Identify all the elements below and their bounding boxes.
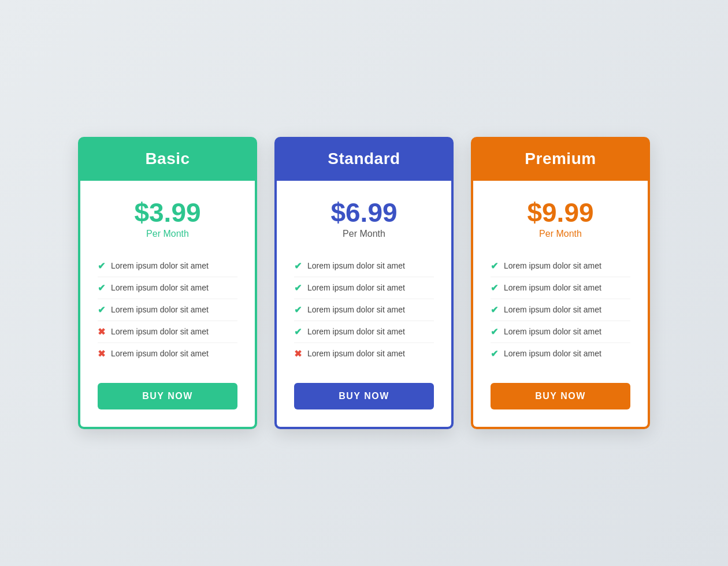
per-month-premium: Per Month (491, 229, 630, 239)
plan-name-standard: Standard (286, 150, 442, 168)
pricing-card-basic: Basic$3.99Per Month✔Lorem ipsum dolor si… (78, 137, 257, 429)
buy-button-standard[interactable]: BUY NOW (294, 383, 434, 409)
check-icon: ✔ (294, 282, 302, 293)
check-icon: ✔ (294, 260, 302, 271)
plan-name-premium: Premium (482, 150, 638, 168)
check-icon: ✔ (491, 304, 498, 315)
list-item: ✖Lorem ipsum dolor sit amet (98, 321, 237, 343)
cross-icon: ✖ (98, 348, 105, 359)
feature-text: Lorem ipsum dolor sit amet (111, 261, 209, 270)
check-icon: ✔ (294, 326, 302, 337)
pricing-card-standard: Standard$6.99Per Month✔Lorem ipsum dolor… (274, 137, 454, 429)
features-list-premium: ✔Lorem ipsum dolor sit amet✔Lorem ipsum … (491, 255, 630, 364)
check-icon: ✔ (98, 282, 105, 293)
feature-text: Lorem ipsum dolor sit amet (504, 305, 601, 314)
card-body-standard: $6.99Per Month✔Lorem ipsum dolor sit ame… (274, 181, 454, 429)
card-body-premium: $9.99Per Month✔Lorem ipsum dolor sit ame… (471, 181, 650, 429)
features-list-standard: ✔Lorem ipsum dolor sit amet✔Lorem ipsum … (294, 255, 434, 364)
list-item: ✔Lorem ipsum dolor sit amet (98, 255, 237, 277)
list-item: ✔Lorem ipsum dolor sit amet (294, 255, 434, 277)
price-premium: $9.99 (491, 198, 630, 228)
check-icon: ✔ (491, 326, 498, 337)
buy-button-premium[interactable]: BUY NOW (491, 383, 630, 409)
feature-text: Lorem ipsum dolor sit amet (307, 261, 405, 270)
feature-text: Lorem ipsum dolor sit amet (307, 349, 405, 358)
feature-text: Lorem ipsum dolor sit amet (307, 327, 405, 336)
plan-name-basic: Basic (90, 150, 246, 168)
feature-text: Lorem ipsum dolor sit amet (111, 327, 209, 336)
list-item: ✔Lorem ipsum dolor sit amet (294, 321, 434, 343)
price-section-basic: $3.99Per Month (98, 198, 237, 239)
check-icon: ✔ (98, 304, 105, 315)
buy-button-basic[interactable]: BUY NOW (98, 383, 237, 409)
check-icon: ✔ (98, 260, 105, 271)
features-list-basic: ✔Lorem ipsum dolor sit amet✔Lorem ipsum … (98, 255, 237, 364)
card-header-standard: Standard (274, 137, 454, 181)
per-month-basic: Per Month (98, 229, 237, 239)
list-item: ✔Lorem ipsum dolor sit amet (294, 299, 434, 321)
feature-text: Lorem ipsum dolor sit amet (111, 305, 209, 314)
feature-text: Lorem ipsum dolor sit amet (307, 283, 405, 292)
list-item: ✖Lorem ipsum dolor sit amet (98, 343, 237, 364)
price-section-standard: $6.99Per Month (294, 198, 434, 239)
check-icon: ✔ (491, 348, 498, 359)
feature-text: Lorem ipsum dolor sit amet (504, 261, 601, 270)
list-item: ✔Lorem ipsum dolor sit amet (294, 277, 434, 299)
check-icon: ✔ (491, 282, 498, 293)
card-body-basic: $3.99Per Month✔Lorem ipsum dolor sit ame… (78, 181, 257, 429)
list-item: ✔Lorem ipsum dolor sit amet (98, 299, 237, 321)
feature-text: Lorem ipsum dolor sit amet (504, 349, 601, 358)
per-month-standard: Per Month (294, 229, 434, 239)
card-header-basic: Basic (78, 137, 257, 181)
card-header-premium: Premium (471, 137, 650, 181)
cross-icon: ✖ (98, 326, 105, 337)
price-basic: $3.99 (98, 198, 237, 228)
pricing-card-premium: Premium$9.99Per Month✔Lorem ipsum dolor … (471, 137, 650, 429)
list-item: ✔Lorem ipsum dolor sit amet (491, 321, 630, 343)
check-icon: ✔ (294, 304, 302, 315)
price-standard: $6.99 (294, 198, 434, 228)
feature-text: Lorem ipsum dolor sit amet (307, 305, 405, 314)
list-item: ✔Lorem ipsum dolor sit amet (491, 277, 630, 299)
feature-text: Lorem ipsum dolor sit amet (504, 327, 601, 336)
list-item: ✔Lorem ipsum dolor sit amet (491, 299, 630, 321)
list-item: ✔Lorem ipsum dolor sit amet (491, 343, 630, 364)
feature-text: Lorem ipsum dolor sit amet (504, 283, 601, 292)
feature-text: Lorem ipsum dolor sit amet (111, 349, 209, 358)
check-icon: ✔ (491, 260, 498, 271)
cross-icon: ✖ (294, 348, 302, 359)
list-item: ✔Lorem ipsum dolor sit amet (98, 277, 237, 299)
pricing-container: Basic$3.99Per Month✔Lorem ipsum dolor si… (55, 114, 673, 452)
feature-text: Lorem ipsum dolor sit amet (111, 283, 209, 292)
price-section-premium: $9.99Per Month (491, 198, 630, 239)
list-item: ✖Lorem ipsum dolor sit amet (294, 343, 434, 364)
list-item: ✔Lorem ipsum dolor sit amet (491, 255, 630, 277)
